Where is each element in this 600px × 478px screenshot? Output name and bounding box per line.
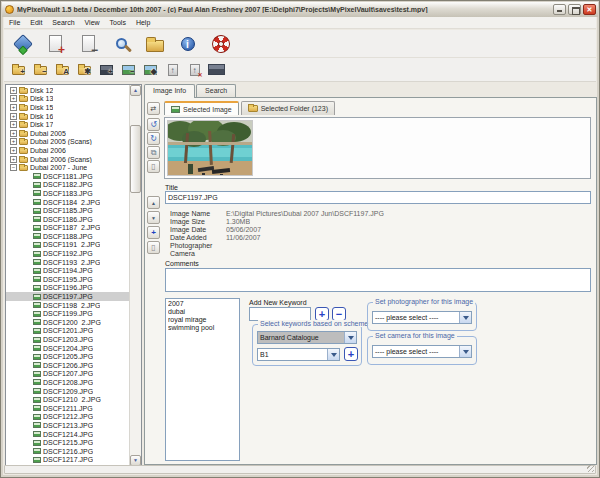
side-tool-icon[interactable] bbox=[147, 132, 160, 145]
photographer-combobox[interactable]: ---- please select ---- bbox=[372, 311, 472, 324]
toolbar-button[interactable] bbox=[162, 60, 183, 79]
tree-item[interactable]: DSCF1205.JPG bbox=[6, 352, 129, 361]
toolbar-button[interactable] bbox=[172, 31, 203, 57]
tree-item[interactable]: DSCF1192.JPG bbox=[6, 249, 129, 258]
tree-item[interactable]: DSCF1183.JPG bbox=[6, 189, 129, 198]
toolbar-button[interactable] bbox=[40, 31, 71, 57]
tree-scrollbar[interactable]: ▲ ▼ bbox=[129, 85, 141, 466]
tree-item[interactable]: DSCF1184_2.JPG bbox=[6, 198, 129, 207]
menu-item[interactable]: View bbox=[80, 19, 105, 26]
tree-item[interactable]: DSCF1199.JPG bbox=[6, 309, 129, 318]
toolbar-button[interactable] bbox=[73, 31, 104, 57]
tree-item[interactable]: Dubai 2006 bbox=[6, 146, 129, 155]
tab[interactable]: Image Info bbox=[144, 84, 195, 98]
expand-toggle-icon[interactable] bbox=[10, 121, 17, 128]
expand-toggle-icon[interactable] bbox=[10, 104, 17, 111]
expand-toggle-icon[interactable] bbox=[10, 95, 17, 102]
tree-item[interactable]: DSCF1211.JPG bbox=[6, 404, 129, 413]
menu-item[interactable]: Help bbox=[131, 19, 155, 26]
chevron-down-icon[interactable] bbox=[327, 349, 339, 360]
tree-item[interactable]: DSCF1188.JPG bbox=[6, 232, 129, 241]
scrollbar-thumb[interactable] bbox=[130, 125, 141, 193]
tree-item[interactable]: DSCF1217.JPG bbox=[6, 456, 129, 465]
camera-combobox[interactable]: ---- please select ---- bbox=[372, 345, 472, 358]
scroll-up-icon[interactable]: ▲ bbox=[130, 85, 141, 96]
tree-item[interactable]: DSCF1212.JPG bbox=[6, 413, 129, 422]
tree-item[interactable]: DSCF1215.JPG bbox=[6, 438, 129, 447]
toolbar-button[interactable] bbox=[184, 60, 205, 79]
add-keyword-input[interactable] bbox=[249, 307, 311, 321]
keyword-item[interactable]: swimming pool bbox=[168, 324, 237, 332]
menu-item[interactable]: File bbox=[4, 19, 25, 26]
tree-item[interactable]: Disk 13 bbox=[6, 95, 129, 104]
scheme-keyword-combobox[interactable]: B1 bbox=[257, 348, 340, 361]
add-keyword-button[interactable]: + bbox=[315, 307, 329, 321]
tree-item[interactable]: DSCF1197.JPG bbox=[6, 292, 129, 301]
order-tool-icon[interactable] bbox=[147, 241, 160, 254]
tree-item[interactable]: DSCF1210_2.JPG bbox=[6, 395, 129, 404]
tree-item[interactable]: Dubai 2005 (Scans) bbox=[6, 138, 129, 147]
collapse-panel-button[interactable]: ⇄ bbox=[147, 102, 160, 115]
minimize-button[interactable] bbox=[553, 4, 566, 15]
order-tool-icon[interactable] bbox=[147, 196, 160, 209]
expand-toggle-icon[interactable] bbox=[10, 130, 17, 137]
tree-item[interactable]: DSCF1207.JPG bbox=[6, 370, 129, 379]
tree-item[interactable]: DSCF1185.JPG bbox=[6, 206, 129, 215]
tree-item[interactable]: DSCF1196.JPG bbox=[6, 284, 129, 293]
tree-item[interactable]: DSCF1200_2.JPG bbox=[6, 318, 129, 327]
tree-item[interactable]: DSCF1213.JPG bbox=[6, 421, 129, 430]
sub-tab[interactable]: Selected Image bbox=[164, 101, 239, 115]
tree-item[interactable]: DSCF1204.JPG bbox=[6, 344, 129, 353]
comments-input[interactable] bbox=[165, 268, 591, 292]
sub-tab[interactable]: Selected Folder (123) bbox=[241, 101, 335, 115]
tree-item[interactable]: Disk 16 bbox=[6, 112, 129, 121]
order-tool-icon[interactable] bbox=[147, 211, 160, 224]
chevron-down-icon[interactable] bbox=[344, 332, 356, 343]
tree-item[interactable]: DSCF1195.JPG bbox=[6, 275, 129, 284]
tree-item[interactable]: DSCF1191_2.JPG bbox=[6, 241, 129, 250]
toolbar-button[interactable]: ◆ bbox=[140, 60, 161, 79]
tree-item[interactable]: Dubai 2007 - June bbox=[6, 163, 129, 172]
keyword-item[interactable]: dubai bbox=[168, 308, 237, 316]
toolbar-button[interactable]: − bbox=[30, 60, 51, 79]
chevron-down-icon[interactable] bbox=[459, 346, 471, 357]
tree-item[interactable]: DSCF1193_2.JPG bbox=[6, 258, 129, 267]
expand-toggle-icon[interactable] bbox=[10, 156, 17, 163]
side-tool-icon[interactable] bbox=[147, 118, 160, 131]
image-thumbnail[interactable] bbox=[167, 120, 253, 176]
tree-item[interactable]: DSCF1216.JPG bbox=[6, 447, 129, 456]
toolbar-button[interactable]: + bbox=[8, 60, 29, 79]
tree-item[interactable]: DSCF1214.JPG bbox=[6, 430, 129, 439]
tree-item[interactable]: DSCF1201.JPG bbox=[6, 327, 129, 336]
keyword-item[interactable]: royal mirage bbox=[168, 316, 237, 324]
menu-item[interactable]: Search bbox=[47, 19, 79, 26]
toolbar-button[interactable] bbox=[139, 31, 170, 57]
add-scheme-keyword-button[interactable]: + bbox=[344, 347, 358, 361]
tree-item[interactable]: DSCF1187_2.JPG bbox=[6, 224, 129, 233]
tree-item[interactable]: Disk 12 bbox=[6, 86, 129, 95]
tree-item[interactable]: Dubai 2006 (Scans) bbox=[6, 155, 129, 164]
side-tool-icon[interactable] bbox=[147, 160, 160, 173]
keywords-listbox[interactable]: 2007dubairoyal mirageswimming pool bbox=[165, 298, 240, 461]
tree-item[interactable]: DSCF1198_2.JPG bbox=[6, 301, 129, 310]
remove-keyword-button[interactable]: − bbox=[332, 307, 346, 321]
toolbar-button[interactable] bbox=[7, 31, 38, 57]
expand-toggle-icon[interactable] bbox=[10, 147, 17, 154]
toolbar-button[interactable] bbox=[206, 60, 227, 79]
toolbar-button[interactable]: ✱ bbox=[74, 60, 95, 79]
tree-item[interactable]: Disk 15 bbox=[6, 103, 129, 112]
toolbar-button[interactable] bbox=[106, 31, 137, 57]
resize-grip[interactable] bbox=[587, 465, 594, 472]
tree-item[interactable]: DSCF1186.JPG bbox=[6, 215, 129, 224]
close-button[interactable] bbox=[583, 4, 596, 15]
tree-item[interactable]: DSCF1194.JPG bbox=[6, 266, 129, 275]
tree-item[interactable]: DSCF1203.JPG bbox=[6, 335, 129, 344]
menu-item[interactable]: Tools bbox=[105, 19, 131, 26]
expand-toggle-icon[interactable] bbox=[10, 138, 17, 145]
scheme-combobox[interactable]: Barnard Catalogue bbox=[257, 331, 357, 344]
tree-item[interactable]: Dubai 2005 bbox=[6, 129, 129, 138]
chevron-down-icon[interactable] bbox=[459, 312, 471, 323]
order-tool-icon[interactable] bbox=[147, 226, 160, 239]
tree-item[interactable]: DSCF1209.JPG bbox=[6, 387, 129, 396]
tree-item[interactable]: DSCF1206.JPG bbox=[6, 361, 129, 370]
